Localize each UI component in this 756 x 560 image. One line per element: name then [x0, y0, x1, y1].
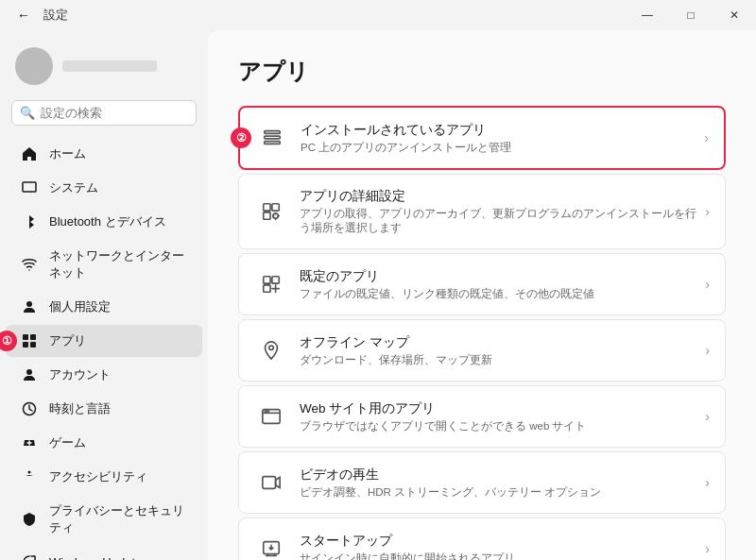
system-icon: [21, 179, 38, 196]
titlebar-left: ← 設定: [11, 6, 68, 25]
gaming-icon: [21, 434, 38, 451]
sidebar-label-apps: アプリ: [49, 332, 86, 349]
app-settings-text: アプリの詳細設定 アプリの取得、アプリのアーカイブ、更新プログラムのアンインスト…: [300, 188, 697, 235]
titlebar-controls: — □ ✕: [626, 0, 756, 30]
web-apps-title: Web サイト用のアプリ: [300, 400, 697, 417]
svg-rect-10: [265, 136, 281, 139]
sidebar-item-personalization[interactable]: 個人用設定: [6, 291, 202, 323]
svg-point-8: [28, 471, 31, 474]
svg-rect-12: [264, 204, 270, 211]
time-icon: [21, 400, 38, 417]
startup-icon: [254, 532, 288, 560]
sidebar-label-accessibility: アクセシビリティ: [49, 468, 147, 485]
svg-rect-3: [30, 334, 36, 340]
svg-point-19: [269, 346, 274, 350]
app-settings-chevron: ›: [705, 204, 710, 219]
svg-rect-16: [264, 277, 270, 283]
web-apps-text: Web サイト用のアプリ ブラウザではなくアプリで開くことができる web サイ…: [300, 400, 697, 433]
sidebar-item-home[interactable]: ホーム: [6, 138, 202, 170]
offline-maps-title: オフライン マップ: [300, 334, 697, 351]
bluetooth-icon: [21, 213, 38, 230]
titlebar-title: 設定: [43, 7, 68, 24]
video-chevron: ›: [705, 475, 710, 490]
installed-apps-title: インストールされているアプリ: [301, 122, 696, 139]
video-title: ビデオの再生: [300, 467, 697, 484]
offline-maps-text: オフライン マップ ダウンロード、保存場所、マップ更新: [300, 334, 697, 367]
privacy-icon: [21, 511, 38, 528]
app-settings-icon: [254, 195, 288, 229]
home-icon: [21, 145, 38, 162]
web-apps-icon: [254, 399, 288, 433]
username-placeholder: [62, 60, 157, 72]
svg-rect-18: [264, 285, 270, 292]
sidebar-label-home: ホーム: [49, 145, 86, 162]
sidebar-item-time[interactable]: 時刻と言語: [6, 393, 202, 425]
settings-item-startup[interactable]: スタートアップ サインイン時に自動的に開始されるアプリ ›: [238, 518, 726, 560]
svg-rect-5: [30, 342, 36, 348]
video-icon: [254, 466, 288, 500]
settings-item-video[interactable]: ビデオの再生 ビデオ調整、HDR ストリーミング、バッテリー オプション ›: [238, 451, 726, 514]
svg-point-21: [265, 411, 266, 412]
search-box[interactable]: 🔍: [11, 100, 197, 126]
installed-apps-desc: PC 上のアプリのアンインストールと管理: [301, 141, 696, 155]
sidebar-item-network[interactable]: ネットワークとインターネット: [6, 240, 202, 289]
badge-2: ②: [231, 127, 251, 148]
sidebar-item-apps[interactable]: アプリ: [6, 325, 202, 357]
sidebar-item-accessibility[interactable]: アクセシビリティ: [6, 461, 202, 493]
sidebar-item-privacy[interactable]: プライバシーとセキュリティ: [6, 495, 202, 544]
sidebar-label-privacy: プライバシーとセキュリティ: [49, 502, 187, 536]
settings-item-web-apps[interactable]: Web サイト用のアプリ ブラウザではなくアプリで開くことができる web サイ…: [238, 385, 726, 448]
back-button[interactable]: ←: [11, 6, 36, 25]
default-apps-desc: ファイルの既定値、リンク種類の既定値、その他の既定値: [300, 287, 697, 301]
sidebar-item-system[interactable]: システム: [6, 172, 202, 204]
content-area: アプリ ② インストールされているアプリ PC 上のアプリのアンインストールと管…: [208, 30, 756, 560]
sidebar: 🔍 ホーム システム Bluetooth とデバイス: [0, 30, 208, 560]
sidebar-label-accounts: アカウント: [49, 366, 111, 383]
settings-item-installed-apps[interactable]: ② インストールされているアプリ PC 上のアプリのアンインストールと管理 ›: [238, 106, 726, 170]
close-button[interactable]: ✕: [713, 0, 756, 30]
offline-maps-chevron: ›: [705, 343, 710, 358]
titlebar: ← 設定 — □ ✕: [0, 0, 756, 30]
personalization-icon: [21, 298, 38, 315]
sidebar-label-system: システム: [49, 179, 98, 196]
sidebar-label-personalization: 個人用設定: [49, 298, 111, 315]
search-input[interactable]: [41, 106, 188, 120]
offline-maps-icon: [254, 333, 288, 367]
svg-rect-17: [272, 277, 279, 283]
sidebar-item-accounts[interactable]: アカウント: [6, 359, 202, 391]
startup-text: スタートアップ サインイン時に自動的に開始されるアプリ: [300, 533, 697, 561]
settings-item-app-settings[interactable]: アプリの詳細設定 アプリの取得、アプリのアーカイブ、更新プログラムのアンインスト…: [238, 174, 726, 249]
search-icon: 🔍: [20, 106, 35, 120]
startup-title: スタートアップ: [300, 533, 697, 550]
video-desc: ビデオ調整、HDR ストリーミング、バッテリー オプション: [300, 485, 697, 500]
default-apps-text: 既定のアプリ ファイルの既定値、リンク種類の既定値、その他の既定値: [300, 268, 697, 301]
svg-point-6: [26, 369, 32, 375]
svg-rect-13: [272, 204, 279, 211]
settings-item-default-apps[interactable]: 既定のアプリ ファイルの既定値、リンク種類の既定値、その他の既定値 ›: [238, 253, 726, 315]
default-apps-icon: [254, 267, 288, 301]
default-apps-title: 既定のアプリ: [300, 268, 697, 285]
svg-point-1: [26, 301, 32, 307]
minimize-button[interactable]: —: [626, 0, 669, 30]
svg-rect-14: [264, 212, 270, 219]
sidebar-item-bluetooth[interactable]: Bluetooth とデバイス: [6, 206, 202, 238]
sidebar-label-time: 時刻と言語: [49, 400, 111, 417]
svg-point-22: [267, 411, 268, 412]
sidebar-label-windows-update: Windows Update: [49, 555, 142, 561]
settings-item-offline-maps[interactable]: オフライン マップ ダウンロード、保存場所、マップ更新 ›: [238, 319, 726, 382]
web-apps-desc: ブラウザではなくアプリで開くことができる web サイト: [300, 419, 697, 433]
apps-icon: [21, 332, 38, 349]
network-icon: [21, 256, 38, 273]
app-settings-desc: アプリの取得、アプリのアーカイブ、更新プログラムのアンインストールを行う場所を選…: [300, 207, 697, 235]
sidebar-item-gaming[interactable]: ゲーム: [6, 427, 202, 459]
page-title: アプリ: [238, 57, 726, 87]
sidebar-item-windows-update[interactable]: Windows Update: [6, 546, 202, 560]
maximize-button[interactable]: □: [669, 0, 713, 30]
update-icon: [21, 553, 38, 560]
video-text: ビデオの再生 ビデオ調整、HDR ストリーミング、バッテリー オプション: [300, 467, 697, 500]
web-apps-chevron: ›: [705, 409, 710, 424]
svg-rect-0: [23, 182, 36, 192]
offline-maps-desc: ダウンロード、保存場所、マップ更新: [300, 353, 697, 367]
svg-rect-4: [23, 342, 28, 348]
sidebar-label-bluetooth: Bluetooth とデバイス: [49, 213, 166, 230]
